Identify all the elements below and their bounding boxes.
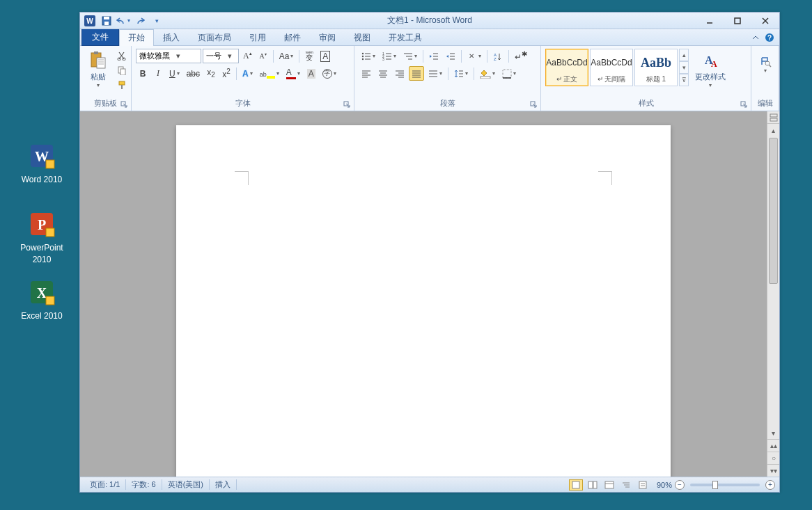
view-full-screen-button[interactable] (586, 479, 600, 491)
svg-rect-90 (770, 118, 777, 121)
enclose-char-button[interactable]: 字 (320, 66, 339, 81)
status-insert-mode[interactable]: 插入 (210, 479, 237, 490)
subscript-button[interactable]: x2 (204, 66, 218, 81)
subscript-icon: x2 (207, 67, 215, 79)
tab-file[interactable]: 文件 (81, 29, 119, 46)
show-marks-button[interactable]: ↵✱ (512, 49, 530, 63)
editing-button[interactable]: ▾ (756, 49, 775, 76)
tab-page-layout[interactable]: 页面布局 (189, 29, 240, 46)
justify-button[interactable] (409, 66, 424, 81)
style-normal[interactable]: AaBbCcDd ↵ 正文 (545, 49, 588, 86)
zoom-slider-thumb[interactable] (712, 481, 718, 489)
justify-icon (412, 70, 421, 78)
highlight-button[interactable]: ab (257, 66, 282, 81)
minimize-button[interactable] (696, 13, 724, 29)
next-page-button[interactable]: ▾▾ (767, 464, 779, 477)
format-painter-button[interactable] (115, 78, 129, 91)
scroll-thumb[interactable] (769, 138, 778, 284)
style-heading-1[interactable]: AaBb 标题 1 (634, 49, 678, 86)
change-styles-button[interactable]: AA 更改样式 ▾ (692, 49, 729, 90)
select-browse-button[interactable]: ○ (767, 452, 779, 464)
char-shading-button[interactable]: A (304, 66, 318, 81)
grow-font-button[interactable]: A▴ (240, 49, 255, 63)
desktop-icon-word[interactable]: W Word 2010 (10, 142, 73, 186)
view-print-layout-button[interactable] (569, 479, 583, 491)
tab-view[interactable]: 视图 (345, 29, 380, 46)
redo-button[interactable] (133, 14, 147, 28)
sort-button[interactable]: AZ (490, 49, 506, 63)
zoom-out-button[interactable]: − (675, 480, 685, 490)
undo-button[interactable]: ▾ (116, 14, 130, 28)
prev-page-button[interactable]: ▴▴ (767, 439, 779, 452)
text-effects-button[interactable]: A (240, 66, 256, 81)
zoom-level[interactable]: 90% (657, 481, 672, 489)
document-viewport[interactable] (80, 111, 767, 477)
font-size-combo[interactable]: 一号▾ (203, 49, 239, 63)
tab-insert[interactable]: 插入 (154, 29, 189, 46)
tab-developer[interactable]: 开发工具 (380, 29, 431, 46)
multilevel-list-button[interactable] (400, 49, 420, 63)
bold-button[interactable]: B (136, 66, 150, 81)
font-family-combo[interactable]: 微软雅黑▾ (136, 49, 201, 63)
font-launcher[interactable] (343, 100, 352, 109)
char-border-button[interactable]: A (318, 49, 333, 63)
align-right-button[interactable] (392, 66, 407, 81)
copy-button[interactable] (115, 63, 129, 77)
decrease-indent-button[interactable] (426, 49, 442, 63)
maximize-button[interactable] (724, 13, 751, 29)
align-left-button[interactable] (359, 66, 374, 81)
gallery-down-button[interactable]: ▾ (679, 61, 689, 74)
tab-references[interactable]: 引用 (240, 29, 275, 46)
qat-customize-button[interactable]: ▾ (150, 14, 164, 28)
status-page[interactable]: 页面: 1/1 (84, 479, 126, 490)
cut-button[interactable] (115, 49, 129, 62)
strikethrough-button[interactable]: abc (184, 66, 203, 81)
page[interactable] (176, 125, 671, 477)
paragraph-launcher[interactable] (530, 100, 538, 109)
view-draft-button[interactable] (636, 479, 650, 491)
status-language[interactable]: 英语(美国) (162, 479, 210, 490)
style-no-spacing[interactable]: AaBbCcDd ↵ 无间隔 (590, 49, 633, 86)
gallery-up-button[interactable]: ▴ (679, 49, 689, 61)
clipboard-launcher[interactable] (120, 100, 129, 109)
styles-launcher[interactable] (740, 100, 749, 109)
format-painter-icon (117, 80, 127, 90)
paste-button[interactable]: 粘贴 ▾ (84, 49, 112, 90)
font-color-button[interactable]: A (283, 66, 303, 81)
scroll-track[interactable] (767, 136, 779, 427)
tab-review[interactable]: 审阅 (310, 29, 345, 46)
zoom-in-button[interactable]: + (765, 480, 775, 490)
shading-button[interactable] (477, 66, 498, 81)
help-button[interactable]: ? (764, 32, 775, 43)
scroll-down-button[interactable]: ▾ (767, 427, 779, 439)
desktop-icon-excel[interactable]: X Excel 2010 (10, 278, 73, 322)
scroll-up-button[interactable]: ▴ (767, 124, 779, 136)
line-spacing-button[interactable] (451, 66, 471, 81)
minimize-ribbon-button[interactable] (750, 32, 761, 43)
view-outline-button[interactable] (619, 479, 633, 491)
phonetic-guide-button[interactable]: 变wén (302, 49, 316, 63)
change-case-button[interactable]: Aa (276, 49, 297, 63)
shrink-font-button[interactable]: A▾ (256, 49, 270, 63)
bullets-button[interactable] (359, 49, 378, 63)
zoom-slider[interactable] (690, 484, 760, 486)
close-button[interactable] (751, 13, 779, 29)
numbering-button[interactable]: 123 (380, 49, 399, 63)
increase-indent-button[interactable] (443, 49, 458, 63)
text-direction-button[interactable]: ✕ (464, 49, 484, 63)
view-web-layout-button[interactable] (602, 479, 616, 491)
save-button[interactable] (100, 14, 114, 28)
desktop-icon-powerpoint[interactable]: P PowerPoint 2010 (10, 210, 73, 266)
align-center-button[interactable] (375, 66, 391, 81)
distributed-button[interactable] (425, 66, 445, 81)
tab-mailings[interactable]: 邮件 (275, 29, 310, 46)
underline-button[interactable]: U (166, 66, 182, 81)
tab-home[interactable]: 开始 (119, 29, 154, 47)
italic-button[interactable]: I (151, 66, 165, 81)
borders-button[interactable] (499, 66, 519, 81)
status-word-count[interactable]: 字数: 6 (126, 479, 162, 490)
app-icon[interactable]: W (83, 14, 97, 28)
gallery-more-button[interactable]: ⊽ (679, 74, 689, 86)
superscript-button[interactable]: x2 (219, 66, 233, 81)
object-browser-button[interactable] (767, 111, 779, 124)
